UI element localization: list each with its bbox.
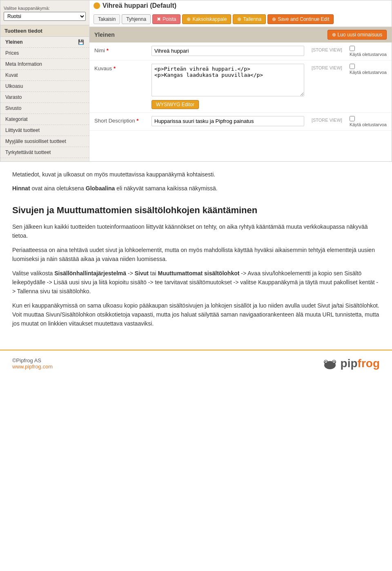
short-desc-input-area	[151, 116, 304, 126]
kuvaus-textarea[interactable]: <p>Pirteän vihreä huppari.</p> <p>Kangas…	[151, 64, 304, 96]
sidebar-link-liittyvat[interactable]: Liittyvät tuotteet	[0, 125, 89, 136]
store-selector-dropdown[interactable]: Ruotsi	[4, 12, 86, 21]
sidebar-link-tyrkytettavat[interactable]: Tyrkytettävät tuotteet	[0, 147, 89, 158]
sidebar-link-meta[interactable]: Meta Information	[0, 59, 89, 69]
nimi-required: *	[107, 47, 109, 54]
sidebar-item-kategoriat[interactable]: Kategoriat	[0, 114, 89, 125]
sidebar: Valitse kauppanäkymä: Ruotsi Tuotteen ti…	[0, 0, 89, 161]
footer: ©Pipfrog AS www.pipfrog.com pipfrog	[0, 350, 392, 377]
new-feature-button[interactable]: ⊕ Luo uusi ominaisuus	[327, 30, 387, 40]
content-paragraph4: Kun eri kauppanäkymissä on sama ulkoasu …	[12, 301, 380, 328]
short-desc-use-default-checkbox[interactable]	[350, 116, 355, 121]
footer-copyright: ©Pipfrog AS	[12, 357, 53, 364]
pipfrog-logo-text: pipfrog	[341, 357, 380, 370]
short-desc-use-default: Käytä oletustarvoa	[350, 116, 387, 127]
save-continue-button[interactable]: ⊕ Save and Continue Edit	[267, 14, 334, 24]
kuvaus-use-default-checkbox[interactable]	[350, 64, 355, 69]
nimi-input-area	[151, 46, 304, 56]
product-icon	[94, 2, 100, 9]
kuvaus-use-default-label: Käytä oletustarvoa	[350, 70, 387, 75]
sidebar-item-sivusto[interactable]: Sivusto	[0, 103, 89, 114]
sidebar-item-varasto[interactable]: Varasto	[0, 92, 89, 103]
action-buttons-bar: Takaisin Tyhjenna ✖ Poista ⊕ Kaksoiskapp…	[89, 12, 392, 27]
main-content: Vihreä huppari (Default) Takaisin Tyhjen…	[89, 0, 392, 161]
sidebar-item-liittyvat[interactable]: Liittyvät tuotteet	[0, 125, 89, 136]
sidebar-item-prices[interactable]: Prices	[0, 48, 89, 59]
wysiwyg-button[interactable]: WYSIWYG Editor	[151, 100, 199, 109]
delete-icon: ✖	[157, 16, 161, 22]
kuvaus-store-view: [STORE VIEW]	[308, 64, 345, 72]
kuvaus-required: *	[114, 65, 116, 71]
product-section-title: Tuotteen tiedot	[0, 25, 89, 37]
content-paragraph1: Sen jälkeen kun kaikki tuotteiden tuotei…	[12, 222, 380, 241]
svg-point-5	[325, 361, 326, 362]
sidebar-item-myyjalle[interactable]: Myyjälle suosiolliset tuotteet	[0, 136, 89, 147]
sidebar-link-myyjalle[interactable]: Myyjälle suosiolliset tuotteet	[0, 136, 89, 147]
save-icon: 💾	[78, 39, 84, 45]
nimi-use-default-label: Käytä oletustarvoa	[350, 52, 387, 57]
content-body: Metatiedot, kuvat ja ulkoasut on myös mu…	[0, 162, 392, 341]
product-title-bar: Vihreä huppari (Default)	[89, 0, 392, 12]
delete-button[interactable]: ✖ Poista	[152, 14, 180, 24]
footer-link[interactable]: www.pipfrog.com	[12, 364, 53, 370]
kuvaus-label: Kuvaus *	[94, 64, 147, 71]
kuvaus-use-default: Käytä oletustarvoa	[350, 64, 387, 75]
short-desc-label: Short Description *	[94, 116, 147, 124]
content-paragraph3: Valitse valikosta Sisällönhallintajärjes…	[12, 269, 380, 296]
back-button[interactable]: Takaisin	[94, 14, 120, 24]
kuvaus-input-area: <p>Pirteän vihreä huppari.</p> <p>Kangas…	[151, 64, 304, 109]
short-desc-input[interactable]	[151, 116, 304, 126]
sidebar-link-kuvat[interactable]: Kuvat	[0, 70, 89, 80]
store-selector-label: Valitse kauppanäkymä:	[4, 6, 86, 11]
product-title: Vihreä huppari (Default)	[102, 2, 176, 9]
admin-panel: Valitse kauppanäkymä: Ruotsi Tuotteen ti…	[0, 0, 392, 162]
sidebar-link-prices[interactable]: Prices	[0, 48, 89, 58]
nimi-use-default-checkbox[interactable]	[350, 46, 355, 51]
footer-left: ©Pipfrog AS www.pipfrog.com	[12, 357, 53, 370]
nimi-input[interactable]	[151, 46, 304, 56]
short-desc-use-default-label: Käytä oletustarvoa	[350, 122, 387, 127]
content-paragraph2: Periaatteessa on aina tehtävä uudet sivu…	[12, 245, 380, 264]
sidebar-menu: Yleinen 💾 Prices Meta Information Kuvat	[0, 37, 89, 158]
nimi-use-default: Käytä oletustarvoa	[350, 46, 387, 57]
clear-button[interactable]: Tyhjenna	[122, 14, 151, 24]
pipfrog-dark-text: pip	[341, 357, 358, 370]
duplicate-button[interactable]: ⊕ Kaksoiskappale	[182, 14, 231, 24]
form-row-kuvaus: Kuvaus * <p>Pirteän vihreä huppari.</p> …	[89, 60, 392, 113]
svg-point-6	[333, 361, 334, 362]
form-container: Yleinen ⊕ Luo uusi ominaisuus Nimi * [ST…	[89, 27, 392, 131]
sidebar-link-yleinen[interactable]: Yleinen 💾	[0, 37, 89, 47]
sidebar-link-kategoriat[interactable]: Kategoriat	[0, 114, 89, 125]
form-section-header: Yleinen ⊕ Luo uusi ominaisuus	[89, 27, 392, 42]
pipfrog-orange-text: frog	[358, 357, 380, 370]
form-row-short-desc: Short Description * [STORE VIEW] Käytä o…	[89, 113, 392, 131]
section-heading: Sivujen ja Muuttumattomien sisältölohkoj…	[12, 203, 380, 217]
sidebar-item-ulkoasu[interactable]: Ulkoasu	[0, 81, 89, 92]
save-icon: ⊕	[237, 16, 241, 22]
duplicate-icon: ⊕	[187, 16, 191, 22]
sidebar-item-meta[interactable]: Meta Information	[0, 59, 89, 70]
nimi-store-view: [STORE VIEW]	[308, 46, 345, 54]
form-section-title: Yleinen	[94, 31, 115, 38]
sidebar-item-kuvat[interactable]: Kuvat	[0, 70, 89, 81]
sidebar-link-sivusto[interactable]: Sivusto	[0, 103, 89, 114]
new-feature-icon: ⊕	[332, 32, 336, 38]
short-desc-store-view: [STORE VIEW]	[308, 116, 345, 124]
prices-paragraph: Hinnat ovat aina oletuksena Globaalina e…	[12, 184, 380, 193]
footer-logo: pipfrog	[322, 357, 380, 370]
sidebar-item-tyrkytettavat[interactable]: Tyrkytettävät tuotteet	[0, 147, 89, 158]
short-desc-required: *	[136, 118, 138, 124]
pipfrog-logo-icon	[322, 357, 338, 370]
sidebar-item-yleinen[interactable]: Yleinen 💾	[0, 37, 89, 48]
nimi-label: Nimi *	[94, 46, 147, 54]
save-continue-icon: ⊕	[272, 16, 276, 22]
save-button[interactable]: ⊕ Tallenna	[233, 14, 266, 24]
store-selector-area: Valitse kauppanäkymä: Ruotsi	[0, 4, 89, 25]
sidebar-link-ulkoasu[interactable]: Ulkoasu	[0, 81, 89, 91]
intro-paragraph: Metatiedot, kuvat ja ulkoasut on myös mu…	[12, 170, 380, 179]
sidebar-link-varasto[interactable]: Varasto	[0, 92, 89, 103]
form-row-nimi: Nimi * [STORE VIEW] Käytä oletustarvoa	[89, 42, 392, 60]
